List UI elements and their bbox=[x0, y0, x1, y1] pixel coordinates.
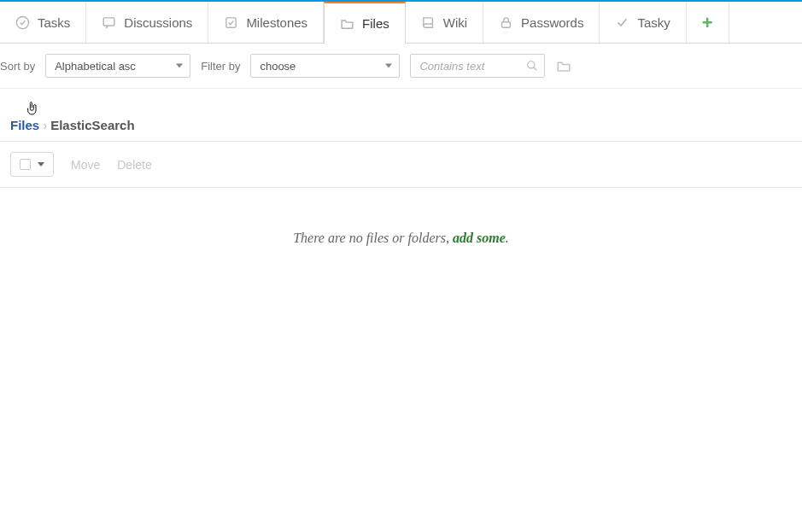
tab-files[interactable]: Files bbox=[324, 2, 406, 44]
sort-value: Alphabetical asc bbox=[55, 60, 136, 73]
breadcrumb-current: ElasticSearch bbox=[50, 118, 134, 132]
comment-icon bbox=[102, 15, 116, 30]
tab-add[interactable]: + bbox=[687, 2, 729, 43]
tab-milestones[interactable]: Milestones bbox=[208, 2, 324, 43]
lock-icon bbox=[499, 15, 513, 30]
tab-bar: Tasks Discussions Milestones Files Wiki … bbox=[0, 2, 802, 44]
tab-label: Wiki bbox=[443, 15, 467, 30]
move-button[interactable]: Move bbox=[71, 158, 100, 172]
tab-label: Files bbox=[362, 16, 389, 31]
tab-wiki[interactable]: Wiki bbox=[406, 2, 483, 43]
filter-label: Filter by bbox=[201, 60, 240, 73]
folder-picker-button[interactable] bbox=[555, 57, 572, 74]
svg-rect-2 bbox=[226, 18, 236, 27]
tab-label: Milestones bbox=[246, 15, 307, 30]
checkbox-icon bbox=[224, 15, 238, 30]
select-all-dropdown[interactable] bbox=[10, 152, 54, 177]
empty-state: There are no files or folders, add some. bbox=[0, 231, 802, 246]
delete-button[interactable]: Delete bbox=[117, 158, 151, 172]
caret-down-icon bbox=[176, 64, 183, 68]
tab-label: Passwords bbox=[521, 15, 583, 30]
pointer-cursor-icon bbox=[26, 101, 39, 116]
search-box[interactable] bbox=[410, 54, 545, 78]
tab-tasks[interactable]: Tasks bbox=[0, 2, 86, 43]
search-icon bbox=[526, 60, 538, 72]
filter-bar: Sort by Alphabetical asc Filter by choos… bbox=[0, 44, 802, 89]
tab-tasky[interactable]: Tasky bbox=[600, 2, 686, 43]
svg-rect-3 bbox=[502, 22, 511, 27]
svg-rect-1 bbox=[103, 18, 114, 26]
sort-select[interactable]: Alphabetical asc bbox=[45, 54, 190, 78]
svg-point-0 bbox=[16, 16, 28, 28]
tab-label: Tasks bbox=[38, 15, 70, 30]
add-some-link[interactable]: add some bbox=[453, 231, 506, 245]
empty-text: There are no files or folders, bbox=[293, 231, 453, 245]
check-circle-icon bbox=[15, 15, 30, 30]
search-input[interactable] bbox=[411, 55, 544, 77]
book-icon bbox=[421, 15, 436, 30]
folder-icon bbox=[340, 16, 354, 31]
bulk-toolbar: Move Delete bbox=[0, 141, 802, 188]
sort-label: Sort by bbox=[0, 60, 35, 73]
filter-value: choose bbox=[260, 60, 296, 73]
breadcrumb-separator: › bbox=[43, 118, 47, 132]
plus-icon: + bbox=[702, 14, 713, 32]
tab-label: Discussions bbox=[124, 15, 192, 30]
tab-label: Tasky bbox=[637, 15, 670, 30]
tab-passwords[interactable]: Passwords bbox=[483, 2, 600, 43]
checkbox-icon bbox=[20, 159, 31, 170]
caret-down-icon bbox=[38, 162, 44, 167]
breadcrumb-root-link[interactable]: Files bbox=[10, 118, 39, 132]
svg-point-4 bbox=[528, 61, 535, 68]
check-icon bbox=[615, 15, 629, 30]
filter-select[interactable]: choose bbox=[250, 54, 400, 78]
tab-discussions[interactable]: Discussions bbox=[86, 2, 208, 43]
breadcrumb: Files › ElasticSearch bbox=[0, 89, 802, 137]
caret-down-icon bbox=[385, 64, 392, 68]
empty-suffix: . bbox=[506, 231, 509, 245]
